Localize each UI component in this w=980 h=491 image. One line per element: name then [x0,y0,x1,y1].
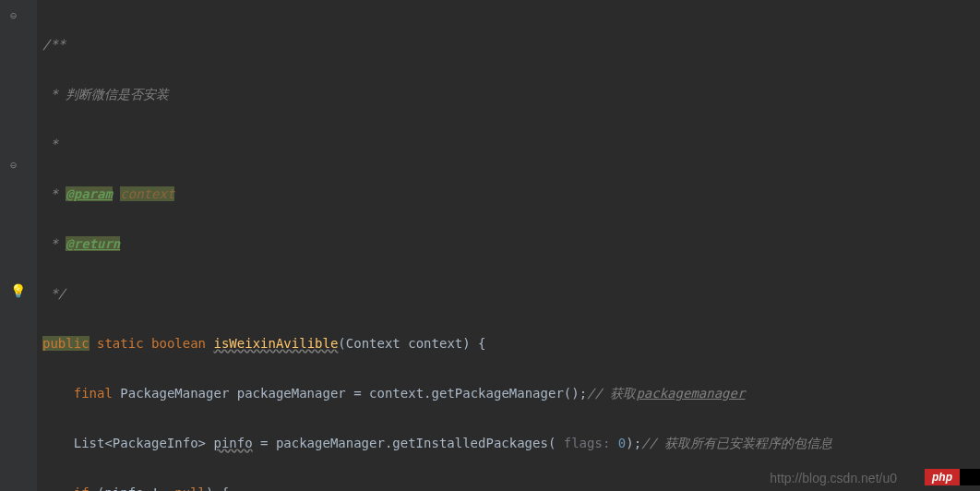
doc-comment: * [42,236,66,251]
doc-comment: /** [42,37,66,52]
param-type: Context [346,336,400,351]
keyword-static: static [97,336,144,351]
fold-icon[interactable]: ⊖ [10,159,17,172]
doc-comment: * [42,137,58,151]
doc-comment: */ [42,286,66,301]
param-hint: flags: [564,436,611,450]
code-editor[interactable]: ⊖ ⊖ 💡 /** * 判断微信是否安装 * * @param context … [0,0,980,491]
doc-tag-return: @return [66,236,120,251]
code-area[interactable]: /** * 判断微信是否安装 * * @param context * @ret… [37,0,980,491]
doc-param-name: context [120,186,174,201]
gutter: ⊖ ⊖ 💡 [0,0,37,491]
line-comment: // 获取所有已安装程序的包信息 [641,436,832,450]
method-name: isWeixinAvilible [213,336,338,351]
lightbulb-icon[interactable]: 💡 [10,283,26,298]
keyword-boolean: boolean [151,336,206,351]
keyword-if: if [74,485,90,491]
watermark-text: http://blog.csdn.net/u0 [770,471,897,485]
php-badge: php [925,469,960,485]
fold-icon[interactable]: ⊖ [10,9,17,22]
doc-comment: * 判断微信是否安装 [42,87,169,102]
keyword-public: public [42,336,90,351]
keyword-final: final [74,386,113,401]
doc-comment: * [42,186,66,201]
line-comment: // 获取 [587,386,636,401]
black-strip [960,469,980,485]
doc-tag-param: @param [66,186,113,201]
